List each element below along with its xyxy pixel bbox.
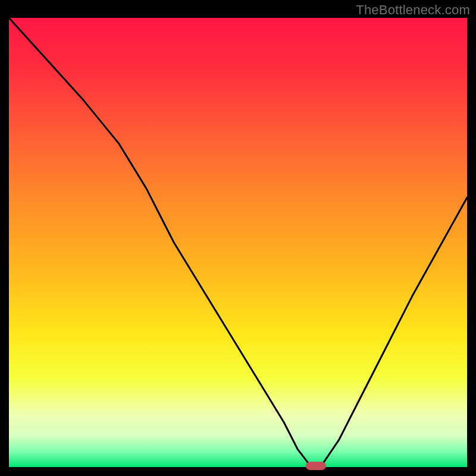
chart-stage: TheBottleneck.com (0, 0, 476, 476)
optimal-marker (306, 462, 326, 470)
watermark-text: TheBottleneck.com (356, 2, 470, 18)
bottleneck-chart (0, 0, 476, 476)
plot-background (9, 18, 467, 467)
